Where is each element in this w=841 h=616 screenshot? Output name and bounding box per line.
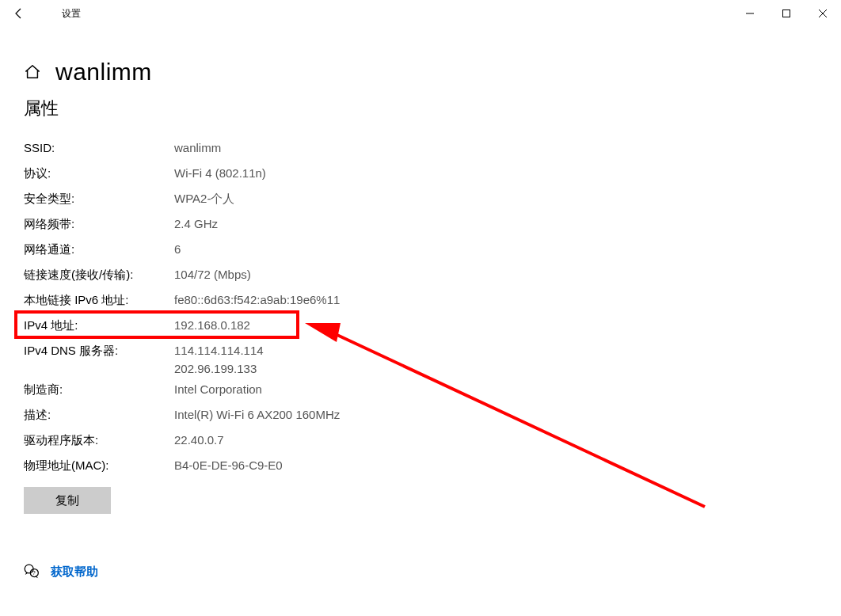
svg-text:?: ?: [32, 570, 36, 576]
prop-row-driver-version: 驱动程序版本: 22.40.0.7: [24, 430, 841, 455]
svg-rect-1: [783, 10, 790, 17]
prop-value: Intel(R) Wi-Fi 6 AX200 160MHz: [174, 406, 340, 424]
prop-value: 114.114.114.114 202.96.199.133: [174, 342, 264, 378]
prop-label: 本地链接 IPv6 地址:: [24, 291, 174, 310]
prop-label: 描述:: [24, 406, 174, 424]
section-title-properties: 属性: [0, 86, 841, 128]
prop-row-description: 描述: Intel(R) Wi-Fi 6 AX200 160MHz: [24, 405, 841, 430]
properties-list: SSID: wanlimm 协议: Wi-Fi 4 (802.11n) 安全类型…: [0, 128, 841, 481]
get-help-link[interactable]: 获取帮助: [51, 565, 98, 580]
prop-value: wanlimm: [174, 139, 221, 158]
back-button[interactable]: [0, 0, 38, 27]
prop-label: 驱动程序版本:: [24, 432, 174, 450]
page-title: wanlimm: [55, 59, 152, 86]
prop-row-ipv4: IPv4 地址: 192.168.0.182: [24, 315, 841, 340]
prop-label: 制造商:: [24, 381, 174, 399]
prop-value: 22.40.0.7: [174, 432, 224, 450]
prop-row-mac: 物理地址(MAC): B4-0E-DE-96-C9-E0: [24, 455, 841, 481]
minimize-button[interactable]: [732, 0, 768, 27]
prop-value: Intel Corporation: [174, 381, 262, 399]
prop-value: Wi-Fi 4 (802.11n): [174, 165, 266, 183]
prop-label: SSID:: [24, 139, 174, 158]
prop-label: 协议:: [24, 165, 174, 183]
prop-value: 104/72 (Mbps): [174, 266, 251, 284]
prop-row-protocol: 协议: Wi-Fi 4 (802.11n): [24, 163, 841, 188]
window-title: 设置: [38, 7, 81, 21]
prop-row-channel: 网络通道: 6: [24, 239, 841, 264]
prop-label: 网络频带:: [24, 215, 174, 234]
prop-value: 192.168.0.182: [174, 317, 250, 335]
prop-label: IPv4 地址:: [24, 317, 174, 335]
copy-button[interactable]: 复制: [24, 487, 111, 514]
prop-value: B4-0E-DE-96-C9-E0: [174, 457, 283, 475]
page-heading: wanlimm: [0, 27, 841, 86]
title-bar: 设置: [0, 0, 841, 27]
prop-row-ssid: SSID: wanlimm: [24, 138, 841, 163]
help-area: ? 获取帮助: [24, 563, 98, 581]
close-button[interactable]: [805, 0, 841, 27]
home-icon[interactable]: [24, 63, 41, 81]
prop-value: WPA2-个人: [174, 190, 234, 208]
prop-row-ipv4-dns: IPv4 DNS 服务器: 114.114.114.114 202.96.199…: [24, 340, 841, 379]
prop-row-speed: 链接速度(接收/传输): 104/72 (Mbps): [24, 264, 841, 290]
help-chat-icon: ?: [24, 563, 40, 581]
prop-value: 6: [174, 241, 181, 259]
prop-label: 链接速度(接收/传输):: [24, 266, 174, 284]
prop-row-security: 安全类型: WPA2-个人: [24, 188, 841, 214]
prop-row-ipv6-local: 本地链接 IPv6 地址: fe80::6d63:f542:a9ab:19e6%…: [24, 290, 841, 315]
prop-row-manufacturer: 制造商: Intel Corporation: [24, 379, 841, 405]
prop-label: 网络通道:: [24, 241, 174, 259]
prop-label: IPv4 DNS 服务器:: [24, 342, 174, 360]
prop-row-band: 网络频带: 2.4 GHz: [24, 214, 841, 239]
prop-value: 2.4 GHz: [174, 215, 218, 234]
prop-label: 安全类型:: [24, 190, 174, 208]
prop-value: fe80::6d63:f542:a9ab:19e6%11: [174, 291, 340, 310]
maximize-button[interactable]: [768, 0, 805, 27]
prop-label: 物理地址(MAC):: [24, 457, 174, 475]
